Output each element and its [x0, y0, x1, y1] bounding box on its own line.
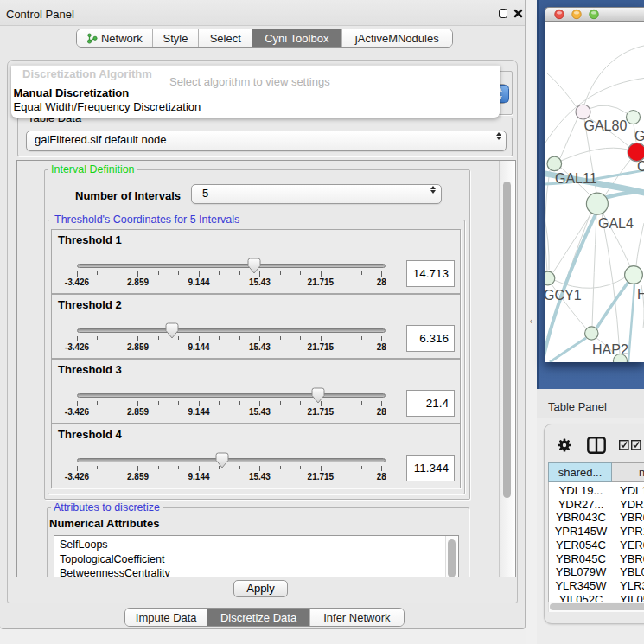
svg-text:GCY1: GCY1 [545, 288, 582, 303]
svg-text:CR: CR [637, 159, 644, 174]
svg-text:GAL11: GAL11 [555, 171, 597, 186]
svg-text:GAL4: GAL4 [598, 216, 634, 231]
svg-text:HAP2: HAP2 [592, 342, 628, 357]
svg-text:GAL1: GAL1 [634, 129, 644, 143]
svg-text:GAL80: GAL80 [584, 118, 628, 133]
svg-text:HI: HI [637, 287, 644, 302]
